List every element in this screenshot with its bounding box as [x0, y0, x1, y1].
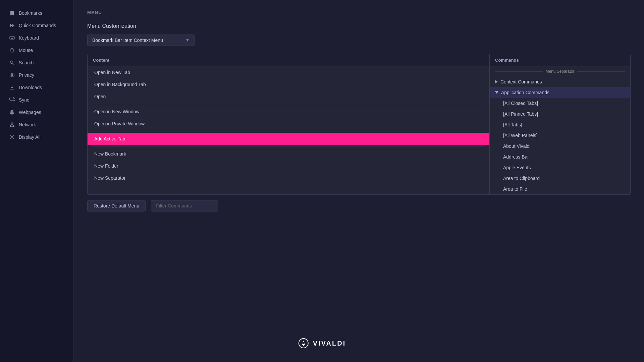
list-item-open-bg-tab[interactable]: Open in Background Tab [88, 78, 489, 90]
sidebar-item-mouse[interactable]: Mouse [3, 44, 71, 56]
commands-column: Commands Menu Separator Context Commands [490, 54, 631, 195]
list-item-open-private[interactable]: Open in Private Window [88, 118, 489, 130]
footer-row: Restore Default Menu [87, 200, 631, 212]
commands-list: Menu Separator Context Commands Applicat… [490, 66, 630, 194]
sidebar-item-label: Network [19, 122, 36, 127]
sidebar-item-label: Search [19, 60, 34, 65]
content-list: Open in New Tab Open in Background Tab O… [88, 66, 489, 194]
chevron-down-icon: ▼ [185, 38, 190, 43]
sidebar-item-sync[interactable]: Sync [3, 94, 71, 106]
vivaldi-logo-icon [298, 338, 309, 349]
sidebar-item-bookmarks[interactable]: Bookmarks [3, 7, 71, 19]
sidebar-item-search[interactable]: Search [3, 57, 71, 69]
sidebar-item-label: Webpages [19, 110, 41, 115]
menu-separator-row: Menu Separator [490, 66, 630, 76]
svg-point-21 [303, 342, 305, 344]
sidebar-item-quick-commands[interactable]: Quick Commands [3, 19, 71, 32]
cmd-address-bar[interactable]: Address Bar [490, 152, 630, 162]
svg-line-16 [10, 124, 12, 126]
triangle-down-icon [495, 91, 498, 94]
context-commands-group[interactable]: Context Commands [490, 76, 630, 87]
sidebar-item-label: Privacy [19, 72, 34, 78]
cmd-all-closed-tabs[interactable]: [All Closed Tabs] [490, 98, 630, 109]
menu-selector-value: Bookmark Bar Item Context Menu [92, 38, 163, 43]
triangle-right-icon [495, 80, 498, 83]
fast-forward-icon [9, 23, 15, 28]
content-separator-2 [93, 131, 484, 131]
svg-point-13 [11, 122, 13, 124]
list-item-open[interactable]: Open [88, 90, 489, 103]
sidebar-item-privacy[interactable]: Privacy [3, 69, 71, 81]
svg-rect-0 [10, 37, 14, 39]
menu-selector-dropdown[interactable]: Bookmark Bar Item Context Menu ▼ [87, 35, 195, 46]
menu-separator-label: Menu Separator [545, 69, 574, 74]
cmd-all-web-panels[interactable]: [All Web Panels] [490, 130, 630, 141]
content-separator-3 [93, 146, 484, 146]
content-col-header: Content [88, 54, 489, 66]
svg-point-15 [13, 126, 14, 127]
cmd-apple-events[interactable]: Apple Events [490, 162, 630, 173]
sep-line-right [577, 71, 625, 72]
vivaldi-branding: VIVALDI [298, 338, 346, 349]
cmd-about-vivaldi[interactable]: About Vivaldi [490, 141, 630, 152]
application-commands-group[interactable]: Application Commands [490, 87, 630, 98]
vivaldi-brand-name: VIVALDI [313, 340, 346, 347]
download-icon [9, 85, 15, 90]
sidebar-item-webpages[interactable]: Webpages [3, 106, 71, 118]
network-icon [9, 122, 15, 127]
list-item-add-active-tab[interactable]: Add Active Tab [88, 133, 489, 145]
globe-icon [9, 110, 15, 115]
sidebar-item-label: Sync [19, 97, 29, 103]
page-title: MENU [87, 10, 631, 15]
sidebar-item-label: Bookmarks [19, 10, 42, 16]
content-column: Content Open in New Tab Open in Backgrou… [87, 54, 490, 195]
keyboard-icon [9, 35, 15, 41]
svg-point-19 [11, 136, 13, 138]
svg-point-14 [10, 126, 11, 127]
customization-title: Menu Customization [87, 23, 631, 29]
filter-commands-input[interactable] [151, 200, 218, 212]
cloud-icon [9, 97, 15, 103]
list-item-new-bookmark[interactable]: New Bookmark [88, 148, 489, 160]
sep-line-left [495, 71, 543, 72]
sidebar-item-label: Keyboard [19, 35, 39, 41]
settings-icon [9, 134, 15, 140]
columns-wrapper: Content Open in New Tab Open in Backgrou… [87, 54, 631, 195]
svg-point-9 [11, 74, 13, 76]
list-item-open-new-tab[interactable]: Open in New Tab [88, 66, 489, 78]
eye-icon [9, 72, 15, 78]
sidebar: Bookmarks Quick Commands Keyboard Mous [0, 0, 74, 362]
cmd-area-to-clipboard[interactable]: Area to Clipboard [490, 173, 630, 184]
cmd-all-pinned-tabs[interactable]: [All Pinned Tabs] [490, 109, 630, 119]
search-icon [9, 60, 15, 65]
sidebar-item-network[interactable]: Network [3, 119, 71, 131]
cmd-area-to-file[interactable]: Area to File [490, 184, 630, 194]
mouse-icon [9, 48, 15, 53]
cmd-all-tabs[interactable]: [All Tabs] [490, 119, 630, 130]
sidebar-item-keyboard[interactable]: Keyboard [3, 32, 71, 44]
svg-line-17 [12, 124, 14, 126]
sidebar-item-label: Downloads [19, 85, 42, 90]
list-item-open-new-window[interactable]: Open in New Window [88, 106, 489, 118]
sidebar-item-display-all[interactable]: Display All [3, 131, 71, 143]
bookmark-icon [9, 10, 15, 16]
main-content: MENU Menu Customization Bookmark Bar Ite… [74, 0, 644, 362]
svg-point-7 [10, 61, 13, 64]
commands-col-header: Commands [490, 54, 630, 66]
context-commands-label: Context Commands [500, 79, 542, 84]
sidebar-item-downloads[interactable]: Downloads [3, 81, 71, 94]
content-separator-1 [93, 104, 484, 104]
restore-default-button[interactable]: Restore Default Menu [87, 200, 146, 212]
list-item-new-separator[interactable]: New Separator [88, 172, 489, 184]
sidebar-item-label: Display All [19, 134, 41, 140]
application-commands-label: Application Commands [501, 90, 549, 95]
svg-line-8 [13, 63, 14, 65]
list-item-new-folder[interactable]: New Folder [88, 160, 489, 172]
sidebar-item-label: Quick Commands [19, 23, 56, 28]
sidebar-item-label: Mouse [19, 48, 33, 53]
